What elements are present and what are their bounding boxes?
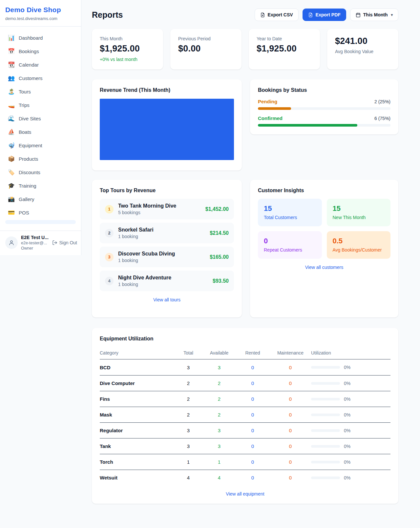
user-footer: E2E Test U... e2e-tester@... Owner Sign … bbox=[0, 231, 81, 255]
sidebar-item-dashboard[interactable]: 📊 Dashboard bbox=[3, 31, 78, 45]
user-role: Owner bbox=[21, 246, 49, 251]
sidebar-item-discounts[interactable]: 🏷️ Discounts bbox=[3, 166, 78, 179]
insight-label: Total Customers bbox=[264, 215, 316, 220]
cell-rented: 0 bbox=[236, 428, 270, 433]
view-all-equipment-link[interactable]: View all equipment bbox=[100, 491, 390, 497]
cell-maintenance: 0 bbox=[270, 365, 311, 370]
cell-utilization: 0% bbox=[311, 412, 390, 417]
progress-fill bbox=[258, 124, 357, 127]
export-csv-button[interactable]: Export CSV bbox=[255, 9, 299, 21]
charts-row: Revenue Trend (This Month) Bookings by S… bbox=[92, 79, 398, 171]
tour-rows: 1 Two Tank Morning Dive 5 bookings $1,45… bbox=[100, 199, 234, 291]
sidebar-item-label: Dive Sites bbox=[19, 116, 41, 121]
stat-label: Avg Booking Value bbox=[335, 49, 390, 54]
cell-maintenance: 0 bbox=[270, 459, 311, 465]
cell-maintenance: 0 bbox=[270, 428, 311, 433]
camera-icon: 📸 bbox=[8, 196, 14, 203]
cell-available: 2 bbox=[203, 380, 236, 386]
brand-title[interactable]: Demo Dive Shop bbox=[5, 6, 76, 14]
sidebar-item-products[interactable]: 📦 Products bbox=[3, 152, 78, 166]
utilization-pct: 0% bbox=[344, 396, 350, 402]
cell-total: 1 bbox=[174, 459, 203, 465]
sidebar-item-boats[interactable]: ⛵ Boats bbox=[3, 125, 78, 139]
file-export-icon bbox=[260, 12, 265, 17]
insight-label: Repeat Customers bbox=[264, 247, 316, 253]
user-name: E2E Test U... bbox=[21, 235, 49, 240]
stat-value: $0.00 bbox=[178, 44, 234, 54]
export-pdf-label: Export PDF bbox=[316, 12, 341, 17]
tour-amount: $214.50 bbox=[210, 230, 229, 236]
cell-category: Torch bbox=[100, 459, 174, 465]
status-label: Confirmed bbox=[258, 115, 283, 121]
progress-track bbox=[258, 124, 390, 127]
utilization-track bbox=[311, 461, 340, 463]
sign-out-button[interactable]: Sign Out bbox=[52, 240, 77, 245]
table-row: Regulator 3 3 0 0 0% bbox=[100, 422, 390, 438]
calendar-outline-icon bbox=[356, 12, 361, 17]
sidebar-item-pos[interactable]: 💳 POS bbox=[3, 206, 78, 219]
cell-available: 3 bbox=[203, 443, 236, 449]
view-all-tours-link[interactable]: View all tours bbox=[100, 297, 234, 302]
cell-utilization: 0% bbox=[311, 444, 390, 449]
cell-rented: 0 bbox=[236, 475, 270, 480]
table-header-row: Category Total Available Rented Maintena… bbox=[100, 346, 390, 359]
view-all-customers-link[interactable]: View all customers bbox=[258, 265, 390, 270]
progress-track bbox=[258, 107, 390, 110]
cell-utilization: 0% bbox=[311, 365, 390, 370]
col-available: Available bbox=[203, 350, 236, 355]
wave-icon: 🌊 bbox=[8, 115, 14, 122]
insight-value: 0.5 bbox=[333, 237, 385, 245]
equipment-table: Category Total Available Rented Maintena… bbox=[100, 346, 390, 485]
insights-row: Top Tours by Revenue 1 Two Tank Morning … bbox=[92, 180, 398, 317]
cell-total: 3 bbox=[174, 365, 203, 370]
sidebar-item-gallery[interactable]: 📸 Gallery bbox=[3, 193, 78, 206]
col-total: Total bbox=[174, 350, 203, 355]
insight-tiles: 15 Total Customers 15 New This Month 0 R… bbox=[258, 199, 390, 259]
stat-label: Year to Date bbox=[257, 36, 312, 41]
utilization-pct: 0% bbox=[344, 444, 350, 449]
equipment-utilization-card: Equipment Utilization Category Total Ava… bbox=[92, 328, 398, 504]
table-row: Dive Computer 2 2 0 0 0% bbox=[100, 375, 390, 391]
utilization-track bbox=[311, 477, 340, 479]
utilization-pct: 0% bbox=[344, 475, 350, 480]
diving-mask-icon: 🤿 bbox=[8, 142, 14, 149]
sidebar-item-label: Discounts bbox=[19, 170, 40, 175]
progress-fill bbox=[258, 107, 291, 110]
cell-rented: 0 bbox=[236, 365, 270, 370]
revenue-trend-chart bbox=[100, 99, 234, 160]
cell-category: Dive Computer bbox=[100, 380, 174, 386]
table-row: Torch 1 1 0 0 0% bbox=[100, 454, 390, 470]
utilization-pct: 0% bbox=[344, 381, 350, 386]
sidebar-item-dive-sites[interactable]: 🌊 Dive Sites bbox=[3, 112, 78, 125]
period-dropdown[interactable]: This Month ▾ bbox=[350, 9, 398, 21]
brand-domain: demo.test.divestreams.com bbox=[5, 16, 76, 21]
chevron-down-icon: ▾ bbox=[391, 13, 393, 17]
avatar bbox=[5, 236, 18, 249]
cell-maintenance: 0 bbox=[270, 396, 311, 402]
insight-label: New This Month bbox=[333, 215, 385, 220]
tour-row: 4 Night Dive Adventure 1 booking $93.50 bbox=[100, 271, 234, 291]
sidebar-item-calendar[interactable]: 📆 Calendar bbox=[3, 58, 78, 71]
stat-card-this-month: This Month $1,925.00 +0% vs last month bbox=[92, 29, 163, 70]
cell-rented: 0 bbox=[236, 412, 270, 417]
cell-available: 4 bbox=[203, 475, 236, 480]
sidebar-item-bookings[interactable]: 📅 Bookings bbox=[3, 45, 78, 58]
sidebar-item-label: Tours bbox=[19, 89, 31, 94]
customer-insights-title: Customer Insights bbox=[258, 188, 390, 193]
sign-out-label: Sign Out bbox=[59, 240, 77, 245]
sidebar-item-reports-clipped[interactable] bbox=[5, 220, 76, 224]
rank-badge: 1 bbox=[105, 205, 114, 213]
utilization-pct: 0% bbox=[344, 428, 350, 433]
sidebar-item-trips[interactable]: 🚤 Trips bbox=[3, 98, 78, 112]
sidebar-item-training[interactable]: 🎓 Training bbox=[3, 179, 78, 193]
cell-available: 3 bbox=[203, 365, 236, 370]
export-csv-label: Export CSV bbox=[268, 12, 293, 17]
cell-available: 2 bbox=[203, 396, 236, 402]
sidebar-item-equipment[interactable]: 🤿 Equipment bbox=[3, 139, 78, 152]
sidebar-item-customers[interactable]: 👥 Customers bbox=[3, 71, 78, 85]
export-pdf-button[interactable]: Export PDF bbox=[303, 9, 346, 21]
sidebar-item-label: Products bbox=[19, 156, 38, 162]
bookings-by-status-card: Bookings by Status Pending 2 (25%) Confi… bbox=[250, 79, 398, 134]
page-title: Reports bbox=[92, 10, 123, 20]
sidebar-item-tours[interactable]: 🏝️ Tours bbox=[3, 85, 78, 98]
